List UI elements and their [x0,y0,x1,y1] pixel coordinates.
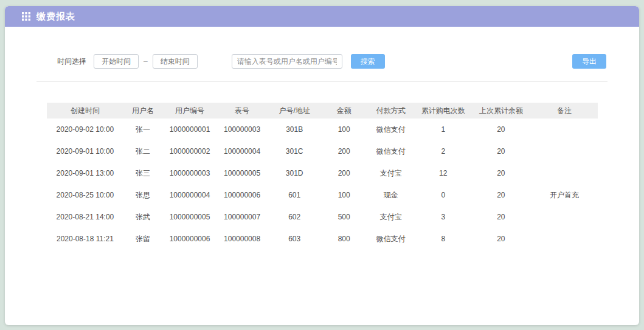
time-select-label: 时间选择 [57,57,86,67]
cell-last-balance: 20 [471,162,531,184]
cell-meter-no: 100000008 [217,228,267,250]
cell-pay-method: 微信支付 [366,140,416,162]
cell-user-no: 1000000002 [162,140,218,162]
cell-remark [531,206,598,228]
cell-meter-no: 100000006 [217,184,267,206]
cell-last-balance: 20 [471,119,531,140]
cell-pay-method: 支付宝 [366,162,416,184]
date-range-separator: – [144,57,148,66]
cell-amount: 100 [322,184,365,206]
cell-meter-no: 100000003 [217,119,267,140]
cell-username: 张思 [123,184,162,206]
table-body: 2020-09-02 10:00张一1000000001100000003301… [47,119,598,250]
table-row: 2020-08-25 10:00张思1000000004100000006601… [47,184,598,206]
table-row: 2020-09-01 13:00张三1000000003100000005301… [47,162,598,184]
cell-meter-no: 100000004 [217,140,267,162]
cell-purchase-count: 2 [415,140,471,162]
cell-last-balance: 20 [471,228,531,250]
start-time-input[interactable] [94,54,139,69]
column-header-meter-no: 表号 [217,103,267,119]
cell-account-address: 301C [267,140,322,162]
cell-purchase-count: 1 [415,119,471,140]
column-header-pay-method: 付款方式 [366,103,416,119]
report-card: 缴费报表 时间选择 – 搜索 导出 创建时间用户名用户编号表号户号/地址金额付款… [5,6,639,325]
cell-remark [531,162,598,184]
column-header-last-balance: 上次累计余额 [471,103,531,119]
cell-remark [531,228,598,250]
report-table-container: 创建时间用户名用户编号表号户号/地址金额付款方式累计购电次数上次累计余额备注 2… [47,103,598,250]
cell-username: 张三 [123,162,162,184]
search-button[interactable]: 搜索 [351,54,385,69]
cell-create-time: 2020-09-01 10:00 [47,140,124,162]
titlebar: 缴费报表 [5,6,639,27]
cell-account-address: 602 [267,206,322,228]
table-row: 2020-09-02 10:00张一1000000001100000003301… [47,119,598,140]
cell-remark: 开户首充 [531,184,598,206]
cell-username: 张留 [123,228,162,250]
cell-username: 张一 [123,119,162,140]
search-input[interactable] [232,54,342,69]
cell-user-no: 1000000003 [162,162,218,184]
table-header-row: 创建时间用户名用户编号表号户号/地址金额付款方式累计购电次数上次累计余额备注 [47,103,598,119]
column-header-amount: 金额 [322,103,365,119]
cell-account-address: 603 [267,228,322,250]
cell-amount: 200 [322,162,365,184]
cell-user-no: 1000000001 [162,119,218,140]
column-header-user-no: 用户编号 [162,103,218,119]
cell-pay-method: 微信支付 [366,228,416,250]
cell-create-time: 2020-08-21 14:00 [47,206,124,228]
cell-username: 张二 [123,140,162,162]
cell-user-no: 1000000004 [162,184,218,206]
column-header-remark: 备注 [531,103,598,119]
cell-last-balance: 20 [471,140,531,162]
cell-pay-method: 现金 [366,184,416,206]
report-table: 创建时间用户名用户编号表号户号/地址金额付款方式累计购电次数上次累计余额备注 2… [47,103,598,250]
end-time-input[interactable] [153,54,198,69]
cell-amount: 100 [322,119,365,140]
cell-pay-method: 微信支付 [366,119,416,140]
cell-username: 张武 [123,206,162,228]
cell-create-time: 2020-09-02 10:00 [47,119,124,140]
cell-remark [531,140,598,162]
cell-pay-method: 支付宝 [366,206,416,228]
cell-account-address: 301B [267,119,322,140]
table-row: 2020-09-01 10:00张二1000000002100000004301… [47,140,598,162]
column-header-username: 用户名 [123,103,162,119]
cell-purchase-count: 8 [415,228,471,250]
cell-remark [531,119,598,140]
column-header-purchase-count: 累计购电次数 [415,103,471,119]
cell-create-time: 2020-08-25 10:00 [47,184,124,206]
cell-account-address: 601 [267,184,322,206]
cell-account-address: 301D [267,162,322,184]
column-header-account-address: 户号/地址 [267,103,322,119]
cell-user-no: 1000000006 [162,228,218,250]
table-header: 创建时间用户名用户编号表号户号/地址金额付款方式累计购电次数上次累计余额备注 [47,103,598,119]
cell-last-balance: 20 [471,184,531,206]
cell-user-no: 1000000005 [162,206,218,228]
cell-create-time: 2020-08-18 11:21 [47,228,124,250]
cell-last-balance: 20 [471,206,531,228]
cell-purchase-count: 0 [415,184,471,206]
cell-meter-no: 100000007 [217,206,267,228]
filter-bar: 时间选择 – 搜索 导出 [34,53,610,69]
export-button[interactable]: 导出 [572,54,606,69]
cell-purchase-count: 12 [415,162,471,184]
column-header-create-time: 创建时间 [47,103,124,119]
cell-purchase-count: 3 [415,206,471,228]
table-row: 2020-08-21 14:00张武1000000005100000007602… [47,206,598,228]
cell-amount: 200 [322,140,365,162]
cell-meter-no: 100000005 [217,162,267,184]
cell-create-time: 2020-09-01 13:00 [47,162,124,184]
cell-amount: 500 [322,206,365,228]
page-title: 缴费报表 [36,11,75,22]
table-row: 2020-08-18 11:21张留1000000006100000008603… [47,228,598,250]
filter-divider [36,81,608,82]
cell-amount: 800 [322,228,365,250]
grid-menu-icon[interactable] [22,12,30,21]
